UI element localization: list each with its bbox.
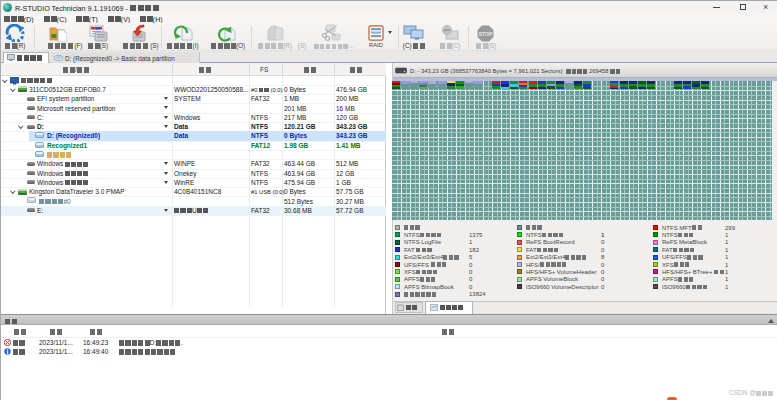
svg-text:STOP: STOP	[479, 31, 493, 37]
